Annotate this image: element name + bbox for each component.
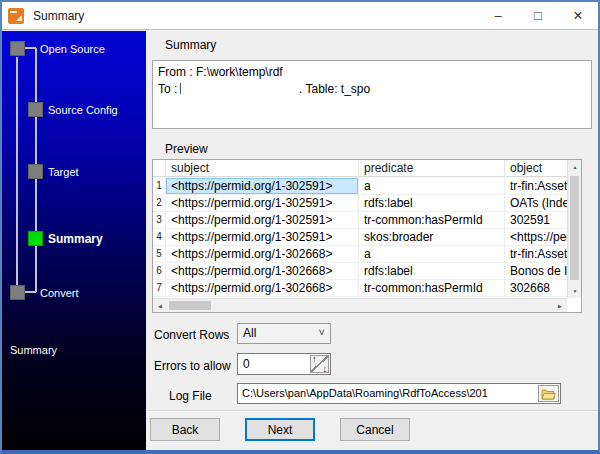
nav-connector-bottom [25, 291, 36, 293]
vertical-scrollbar[interactable]: ▲ ▼ [567, 160, 581, 298]
table-header-row: subject predicate object [153, 160, 567, 177]
table-row[interactable]: 4 <https://permid.org/1-302591> skos:bro… [153, 229, 567, 246]
row-number: 3 [153, 212, 166, 228]
cell-object[interactable]: Bonos de Inversi [505, 263, 567, 279]
log-file-input[interactable]: C:\Users\pan\AppData\Roaming\RdfToAccess… [237, 383, 561, 404]
step-label-open-source[interactable]: Open Source [40, 43, 105, 55]
log-file-label: Log File [169, 389, 212, 403]
step-node-convert[interactable] [10, 285, 25, 300]
summary-to-prefix: To : [158, 82, 177, 96]
app-window: Summary – □ × Open Source Source Config … [0, 0, 600, 454]
chevron-down-icon: ˅ [319, 326, 325, 338]
nav-line-left [16, 57, 18, 285]
step-node-target[interactable] [28, 164, 43, 179]
browse-log-file-button[interactable] [538, 385, 559, 402]
title-bar: Summary – □ × [2, 2, 598, 30]
app-icon [8, 8, 24, 24]
cell-predicate[interactable]: rdfs:label [359, 263, 505, 279]
cell-object[interactable]: <https://permid. [505, 229, 567, 245]
window-controls: – □ × [478, 2, 598, 29]
preview-table: subject predicate object 1 <https://perm… [152, 159, 582, 313]
cell-subject[interactable]: <https://permid.org/1-302668> [166, 280, 359, 296]
maximize-icon[interactable]: □ [518, 2, 558, 29]
errors-to-allow-value: 0 [243, 357, 250, 371]
summary-to-line: To : . Table: t_spo [158, 81, 586, 98]
cell-subject[interactable]: <https://permid.org/1-302668> [166, 246, 359, 262]
horizontal-scrollbar[interactable]: ◀ ▶ [153, 298, 567, 312]
preview-section-label: Preview [165, 142, 208, 156]
table-row[interactable]: 6 <https://permid.org/1-302668> rdfs:lab… [153, 263, 567, 280]
cell-predicate[interactable]: tr-common:hasPermId [359, 212, 505, 228]
cell-object[interactable]: tr-fin:AssetClass [505, 178, 567, 194]
cell-predicate[interactable]: a [359, 246, 505, 262]
summary-section-label: Summary [165, 38, 216, 52]
log-file-value: C:\Users\pan\AppData\Roaming\RdfToAccess… [242, 387, 488, 399]
column-header-subject[interactable]: subject [166, 160, 359, 176]
cell-subject[interactable]: <https://permid.org/1-302591> [166, 229, 359, 245]
next-button[interactable]: Next [245, 418, 315, 441]
errors-to-allow-input[interactable]: 0 ↑ ↓ [237, 353, 331, 375]
cell-subject[interactable]: <https://permid.org/1-302668> [166, 263, 359, 279]
cell-predicate[interactable]: rdfs:label [359, 195, 505, 211]
step-node-summary-active[interactable] [28, 231, 43, 246]
text-caret [180, 83, 181, 94]
table-row[interactable]: 2 <https://permid.org/1-302591> rdfs:lab… [153, 195, 567, 212]
table-row[interactable]: 5 <https://permid.org/1-302668> a tr-fin… [153, 246, 567, 263]
step-label-target[interactable]: Target [48, 166, 79, 178]
row-number: 2 [153, 195, 166, 211]
scroll-down-icon[interactable]: ▼ [568, 284, 582, 298]
column-header-predicate[interactable]: predicate [359, 160, 505, 176]
column-header-object[interactable]: object [505, 160, 567, 176]
step-label-convert[interactable]: Convert [40, 287, 79, 299]
step-node-open-source[interactable] [10, 41, 25, 56]
summary-table-suffix: . Table: t_spo [299, 81, 370, 98]
row-number: 4 [153, 229, 166, 245]
step-label-source-config[interactable]: Source Config [48, 104, 118, 116]
cell-object[interactable]: 302591 [505, 212, 567, 228]
cell-predicate[interactable]: skos:broader [359, 229, 505, 245]
spin-down-icon[interactable]: ↓ [323, 364, 328, 374]
scroll-up-icon[interactable]: ▲ [568, 160, 582, 174]
cell-predicate[interactable]: tr-common:hasPermId [359, 280, 505, 296]
main-content: Summary From : F:\work\temp\rdf To : . T… [146, 31, 598, 450]
table-row[interactable]: 3 <https://permid.org/1-302591> tr-commo… [153, 212, 567, 229]
horizontal-scroll-thumb[interactable] [169, 301, 211, 310]
row-number-header [153, 160, 166, 176]
scroll-right-icon[interactable]: ▶ [553, 299, 567, 313]
button-bar: Back Next Cancel [146, 410, 598, 450]
cell-subject[interactable]: <https://permid.org/1-302591> [166, 212, 359, 228]
step-node-source-config[interactable] [28, 102, 43, 117]
convert-rows-label: Convert Rows [154, 328, 229, 342]
cell-object[interactable]: OATs (Index-Link [505, 195, 567, 211]
back-button[interactable]: Back [150, 418, 220, 441]
vertical-scroll-thumb[interactable] [570, 176, 579, 280]
window-title: Summary [33, 9, 84, 23]
convert-rows-select[interactable]: All ˅ [237, 323, 331, 344]
spin-up-icon[interactable]: ↑ [312, 354, 317, 364]
convert-rows-value: All [243, 326, 256, 340]
nav-connector-top [25, 47, 36, 49]
cell-object[interactable]: 302668 [505, 280, 567, 296]
spinner-control[interactable]: ↑ ↓ [310, 355, 329, 373]
open-folder-icon [541, 388, 556, 400]
summary-from-line: From : F:\work\temp\rdf [158, 64, 586, 81]
minimize-icon[interactable]: – [478, 2, 518, 29]
cell-object[interactable]: tr-fin:AssetClass [505, 246, 567, 262]
scroll-left-icon[interactable]: ◀ [153, 299, 167, 313]
cell-subject[interactable]: <https://permid.org/1-302591> [166, 195, 359, 211]
row-number: 7 [153, 280, 166, 296]
row-number: 6 [153, 263, 166, 279]
cell-subject-selected[interactable]: <https://permid.org/1-302591> [166, 178, 359, 194]
table-body: 1 <https://permid.org/1-302591> a tr-fin… [153, 178, 567, 297]
errors-to-allow-label: Errors to allow [154, 359, 231, 373]
row-number: 1 [153, 178, 166, 194]
cancel-button[interactable]: Cancel [340, 418, 410, 441]
row-number: 5 [153, 246, 166, 262]
cell-predicate[interactable]: a [359, 178, 505, 194]
summary-text-box[interactable]: From : F:\work\temp\rdf To : . Table: t_… [152, 60, 592, 129]
step-label-summary[interactable]: Summary [48, 232, 103, 246]
table-row[interactable]: 1 <https://permid.org/1-302591> a tr-fin… [153, 178, 567, 195]
table-row[interactable]: 7 <https://permid.org/1-302668> tr-commo… [153, 280, 567, 297]
close-icon[interactable]: × [558, 2, 598, 29]
sidebar-status-label: Summary [10, 344, 57, 356]
